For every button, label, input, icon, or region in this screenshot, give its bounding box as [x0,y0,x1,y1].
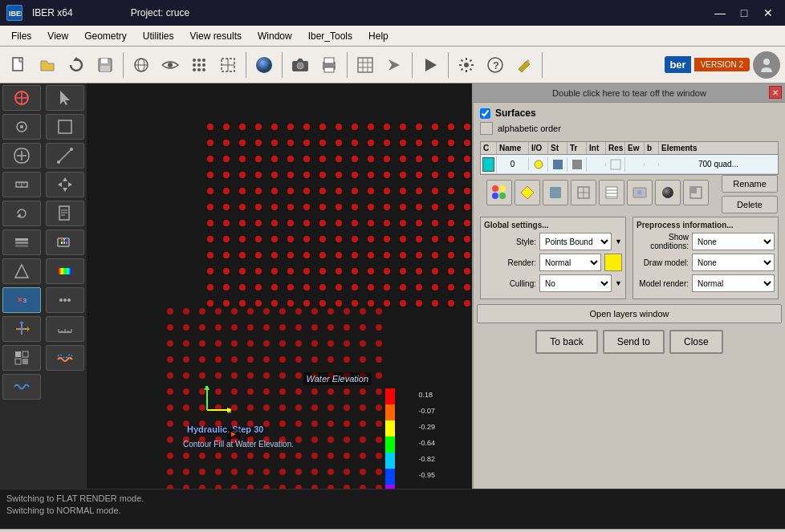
save-button[interactable] [92,51,119,79]
surfaces-checkbox[interactable] [480,108,490,119]
to-back-button[interactable]: To back [535,330,597,354]
toolbar-sep-1 [123,52,124,78]
menu-utilities[interactable]: Utilities [135,29,182,43]
flat-shading-btn[interactable] [543,180,568,205]
model-render-select[interactable]: Normal Flat [692,274,775,292]
user-avatar [753,51,780,79]
sb-wave2-tool[interactable] [46,345,84,371]
sb-dots-tool[interactable] [46,287,84,313]
table-row[interactable]: 0 700 quad... [481,155,778,174]
show-conditions-select[interactable]: None [692,233,775,250]
culling-row: Culling: No Front Back ▼ [484,274,622,292]
menu-help[interactable]: Help [360,29,397,43]
sb-doc-tool[interactable] [46,201,84,226]
svg-text:IBER: IBER [9,10,22,18]
minimize-button[interactable]: — [710,5,730,21]
new-button[interactable] [5,51,32,79]
maximize-button[interactable]: □ [734,5,754,21]
svg-text:x: x [228,406,231,415]
sb-layer-tool[interactable] [2,229,41,255]
sb-box-tool[interactable] [46,114,84,140]
pencil-button[interactable] [510,51,538,79]
send-to-button[interactable]: Send to [603,330,665,354]
sb-select-tool[interactable] [2,85,41,111]
mesh-button[interactable] [352,51,379,79]
corner-square-btn[interactable] [683,180,709,205]
log-line-2: Switching to NORMAL mode. [6,505,779,517]
style-dropdown-arrow[interactable]: ▼ [615,238,622,246]
menu-view-results[interactable]: View results [182,29,250,43]
sb-paint-tool[interactable] [46,229,84,255]
menu-window[interactable]: Window [250,29,300,43]
surfaces-header-row: Surfaces [480,108,779,119]
sb-pointer-tool[interactable] [46,85,84,111]
dot-grid-top: (function(){ var g = document.currentScr… [207,124,472,315]
toolbar: ? ber VERSION 2 [0,47,785,83]
sb-line-tool[interactable] [46,143,84,169]
sb-pan-tool[interactable] [46,172,84,197]
draw-model-select[interactable]: None [692,254,775,271]
hatch-btn[interactable] [599,180,624,205]
main-area: ✕3 [0,83,785,489]
wireframe-btn[interactable] [571,180,596,205]
sb-gradient-tool[interactable] [46,258,84,284]
svg-rect-27 [324,58,334,63]
open-layers-button[interactable]: Open layers window [477,304,782,323]
sb-arrow-tool[interactable] [2,316,41,342]
colorbar-values: 0.18 -0.07 -0.29 -0.64 -0.82 -0.95 -1.10 [418,387,435,489]
svg-text:y: y [204,386,208,389]
style-select[interactable]: Points Bound Flat Smooth Wireframe [539,233,612,250]
yellow-diamond-btn[interactable] [515,180,540,205]
photo-btn[interactable] [627,180,653,205]
sb-grid-tool[interactable] [2,345,41,371]
culling-select[interactable]: No Front Back [539,274,612,292]
select-button[interactable] [214,51,242,79]
sphere-button[interactable] [250,51,278,79]
close-window-button[interactable]: ✕ [758,5,779,21]
svg-rect-102 [553,160,563,169]
help-button[interactable]: ? [482,51,509,79]
eye-view-button[interactable] [157,51,184,79]
render-color-swatch[interactable] [604,254,622,271]
render-select[interactable]: Normal Flat Smooth [539,254,601,271]
arrow-button[interactable] [380,51,408,79]
svg-point-15 [197,63,201,67]
alphabetic-checkbox-box[interactable] [480,122,493,135]
sb-zoom-tool[interactable] [2,143,41,169]
menu-geometry[interactable]: Geometry [76,29,135,43]
sphere-small-btn[interactable] [655,180,681,205]
colorbar [385,388,395,489]
rename-button[interactable]: Rename [722,175,778,193]
close-panel-button[interactable]: Close [669,330,723,354]
viewport[interactable]: (function(){ var g = document.currentScr… [87,83,472,489]
table-header: C Name I/O St Tr Int Res Ew b Elements [481,142,778,155]
open-button[interactable] [34,51,61,79]
panel-close-button[interactable]: ✕ [769,86,782,99]
sb-rotate-tool[interactable] [2,201,41,226]
print-button[interactable] [315,51,343,79]
title-bar: IBER IBER x64 Project: cruce — □ ✕ [0,0,785,26]
th-st: St [548,142,567,154]
camera-button[interactable] [287,51,314,79]
dots-button[interactable] [185,51,213,79]
culling-dropdown-arrow[interactable]: ▼ [615,279,622,287]
sb-render-tool[interactable] [2,258,41,284]
play-button[interactable] [417,51,444,79]
delete-button[interactable]: Delete [722,196,778,213]
panel-header-text: Double click here to tear off the window [552,88,706,98]
sb-move-tool[interactable] [2,114,41,140]
refresh-button[interactable] [63,51,90,79]
svg-point-18 [197,68,201,71]
color-picker-btn[interactable] [486,180,512,205]
icon-and-btn-row: Rename Delete [474,175,785,213]
sb-x3-tool[interactable]: ✕3 [2,287,41,313]
sb-measure-tool[interactable] [2,172,41,197]
menu-files[interactable]: Files [3,29,39,43]
sb-wave-tool[interactable] [2,374,41,400]
menu-iber-tools[interactable]: Iber_Tools [300,29,360,43]
toolbar-sep-5 [412,52,413,78]
rotate-view-button[interactable] [128,51,155,79]
menu-view[interactable]: View [39,29,76,43]
gear-button[interactable] [453,51,480,79]
sb-ruler-tool[interactable] [46,316,84,342]
